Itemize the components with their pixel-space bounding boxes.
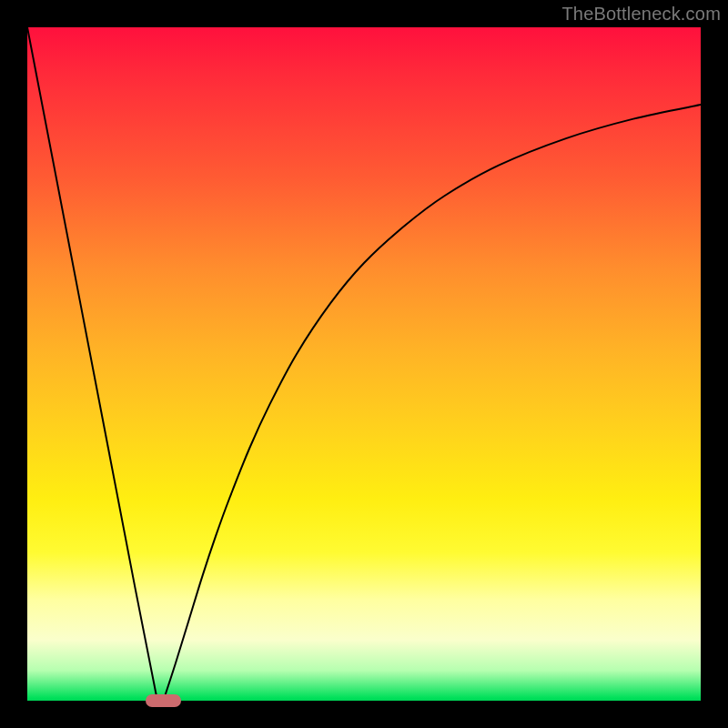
chart-frame: TheBottleneck.com: [0, 0, 728, 728]
curve-layer: [27, 27, 701, 701]
bottleneck-marker: [146, 694, 182, 707]
curve-left-descent: [27, 27, 163, 701]
curve-right-rise: [163, 105, 701, 701]
watermark-text: TheBottleneck.com: [561, 4, 721, 25]
